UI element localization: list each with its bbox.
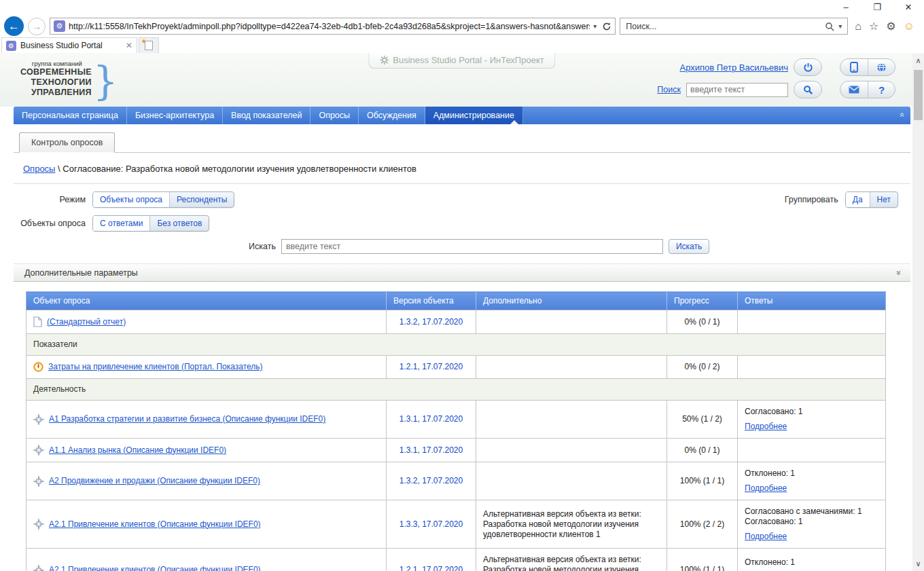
mode-option-0[interactable]: Объекты опроса [93,192,169,207]
group-label: Деятельность [26,379,886,401]
nav-tab-5[interactable]: Администрирование [425,107,523,124]
forward-button[interactable]: → [28,18,46,35]
answer-status: Согласовано: 1 [745,407,878,417]
close-button[interactable]: ✕ [893,0,924,15]
object-link[interactable]: A2 Продвижение и продажи (Описание функц… [49,476,260,486]
mode-option-1[interactable]: Респонденты [169,192,234,207]
nav-tab-3[interactable]: Опросы [310,107,359,124]
nav-tab-0[interactable]: Персональная страница [14,107,127,124]
nav-tab-2[interactable]: Ввод показателей [223,107,310,124]
scrollbar-thumb[interactable] [914,70,923,120]
portal-gear-icon [380,56,389,65]
logo-line-1: СОВРЕМЕННЫЕ [20,67,92,77]
browser-search-box[interactable]: Поиск... ▾ [620,18,848,35]
mode-toggle: Объекты опросаРеспонденты [92,191,234,208]
details-link[interactable]: Подробнее [745,422,787,432]
favorites-star-icon[interactable]: ☆ [869,20,878,33]
breadcrumb-current: Согласование: Разработка новой методолог… [63,164,416,174]
minimize-button[interactable]: – [830,0,861,15]
portal-page: группа компаний СОВРЕМЕННЫЕ ТЕХНОЛОГИИ У… [0,53,924,571]
grouping-option-0[interactable]: Да [846,192,870,207]
new-tab-icon [145,41,153,50]
object-link[interactable]: A2.1 Привлечение клиентов (Описание функ… [49,565,261,571]
envelope-icon [849,86,859,94]
column-header-2: Дополнительно [476,292,667,310]
home-icon[interactable]: ⌂ [855,20,861,33]
scroll-up-icon[interactable]: ∧ [912,55,924,67]
back-button[interactable]: ← [4,16,24,36]
portal-header: группа компаний СОВРЕМЕННЫЕ ТЕХНОЛОГИИ У… [0,53,924,107]
question-icon: ? [878,84,885,96]
breadcrumb-polls-link[interactable]: Опросы [23,164,55,174]
nav-collapse-icon[interactable]: « [895,113,911,117]
object-link[interactable]: A2.1 Привлечение клиентов (Описание функ… [49,519,261,530]
idef0-icon [33,476,44,487]
find-input[interactable] [281,239,663,254]
nav-tab-4[interactable]: Обсуждения [359,107,425,124]
objects-option-1[interactable]: Без ответов [149,216,209,231]
refresh-icon[interactable] [602,22,611,31]
divider [14,183,910,184]
vertical-scrollbar[interactable]: ∧ ∨ [912,54,924,571]
gauge-icon [33,362,43,372]
logout-button[interactable] [794,58,822,76]
grouping-toggle: ДаНет [845,191,898,208]
company-logo: группа компаний СОВРЕМЕННЫЕ ТЕХНОЛОГИИ У… [20,56,118,101]
table-group-row: Показатели [26,334,886,356]
find-button[interactable]: Искать [669,239,709,254]
objects-option-0[interactable]: С ответами [93,216,149,231]
globe-icon [876,62,887,73]
scroll-down-icon[interactable]: ∨ [912,558,924,570]
table-row: A1 Разработка стратегии и развитие бизне… [26,401,886,439]
details-link[interactable]: Подробнее [745,532,787,542]
new-tab-button[interactable] [139,37,159,53]
portal-search-label[interactable]: Поиск [657,85,681,94]
details-link[interactable]: Подробнее [745,483,787,494]
additional-params-header[interactable]: Дополнительные параметры « [14,263,910,282]
settings-gear-icon[interactable]: ⚙ [886,20,895,33]
browser-tab[interactable]: ⚙ Business Studio Portal ✕ [1,37,137,53]
search-dropdown-icon[interactable]: ▾ [838,22,842,30]
column-header-3: Прогресс [667,292,738,310]
object-progress: 0% (0 / 1) [667,439,738,462]
tab-poll-control[interactable]: Контроль опросов [19,132,115,153]
object-extra [476,462,667,500]
object-answers: Отклонено: 1Подробнее [738,462,886,500]
object-link[interactable]: A1.1 Анализ рынка (Описание функции IDEF… [49,445,226,456]
site-favicon-icon: ⚙ [54,20,65,32]
maximize-button[interactable]: ❐ [861,0,893,15]
address-bar[interactable]: ⚙ http://k11:5558/InTekhProyekt/adminpol… [50,18,616,35]
url-text[interactable]: http://k11:5558/InTekhProyekt/adminpoll.… [69,22,590,31]
expand-chevron-icon[interactable]: « [894,270,904,275]
portal-search-button[interactable] [794,81,822,98]
mobile-version-button[interactable] [840,59,868,75]
user-name-link[interactable]: Архипов Петр Васильевич [680,62,788,73]
feedback-smiley-icon[interactable]: ☺ [904,20,914,33]
idef0-icon [33,519,44,530]
nav-tab-1[interactable]: Бизнес-архитектура [127,107,223,124]
messages-button[interactable] [840,81,868,98]
grouping-option-1[interactable]: Нет [870,192,898,207]
table-group-row: Деятельность [26,379,886,401]
object-version: 1.3.2, 17.07.2020 [387,462,476,500]
object-link[interactable]: A1 Разработка стратегии и развитие бизне… [49,414,325,424]
poll-objects-table: Объект опросаВерсия объектаДополнительно… [26,291,886,571]
tab-favicon-icon: ⚙ [6,41,16,51]
language-button[interactable] [868,59,895,75]
logo-brace: } [93,62,118,101]
idef0-icon [33,565,44,571]
search-icon[interactable] [825,22,834,31]
power-icon [803,62,813,73]
help-button[interactable]: ? [868,81,895,98]
object-link[interactable]: (Стандартный отчет) [47,317,126,327]
column-header-0: Объект опроса [26,292,387,310]
url-dropdown-icon[interactable]: ▾ [593,22,597,30]
object-extra [476,439,667,462]
object-version: 1.2.1, 17.07.2020 [387,549,476,571]
portal-search-input[interactable] [686,83,788,97]
tab-close-icon[interactable]: ✕ [126,41,132,50]
tab-title: Business Studio Portal [20,41,103,50]
object-link[interactable]: Затраты на привлечение клиентов (Портал.… [48,362,263,372]
object-progress: 100% (1 / 1) [667,462,738,500]
object-answers [738,310,886,334]
